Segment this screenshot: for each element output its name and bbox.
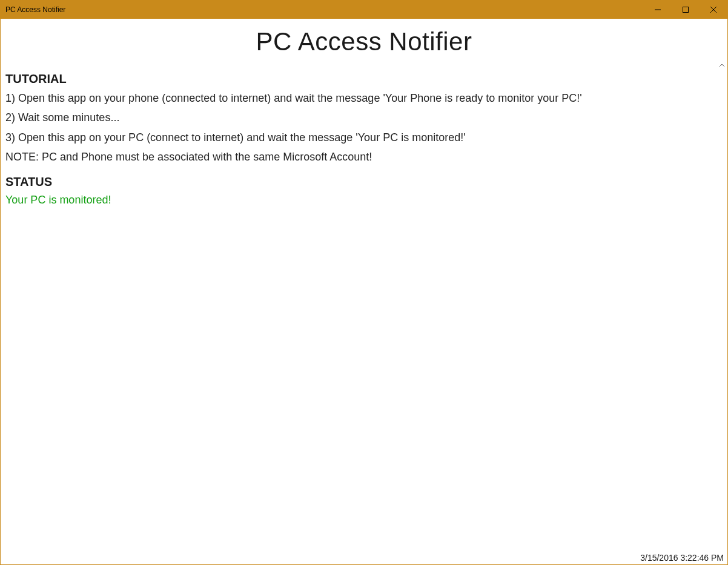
- page-title: PC Access Notifier: [1, 27, 727, 56]
- minimize-icon: [655, 7, 661, 13]
- tutorial-step-2: 2) Wait some minutes...: [5, 110, 716, 125]
- tutorial-note: NOTE: PC and Phone must be associated wi…: [5, 150, 716, 164]
- status-datetime: 3/15/2016 3:22:46 PM: [640, 553, 724, 563]
- tutorial-step-1: 1) Open this app on your phone (connecte…: [5, 91, 716, 105]
- titlebar[interactable]: PC Access Notifier: [1, 1, 727, 19]
- status-bar: 3/15/2016 3:22:46 PM: [1, 552, 727, 564]
- tutorial-step-3: 3) Open this app on your PC (connect to …: [5, 130, 716, 145]
- status-message: Your PC is monitored!: [5, 194, 716, 207]
- window-controls: [644, 1, 727, 19]
- close-button[interactable]: [700, 1, 727, 19]
- scroll-up-button[interactable]: [718, 61, 726, 70]
- svg-rect-1: [683, 7, 689, 13]
- client-area: PC Access Notifier TUTORIAL 1) Open this…: [1, 19, 727, 564]
- tutorial-heading: TUTORIAL: [5, 72, 716, 86]
- maximize-button[interactable]: [672, 1, 700, 19]
- close-icon: [710, 7, 716, 13]
- content-scroll[interactable]: TUTORIAL 1) Open this app on your phone …: [5, 61, 716, 552]
- minimize-button[interactable]: [644, 1, 672, 19]
- vertical-scrollbar[interactable]: [718, 61, 726, 552]
- maximize-icon: [683, 7, 689, 13]
- chevron-up-icon: [719, 64, 725, 67]
- content-wrap: TUTORIAL 1) Open this app on your phone …: [1, 61, 727, 552]
- window-title: PC Access Notifier: [5, 1, 65, 19]
- status-heading: STATUS: [5, 175, 716, 189]
- window-frame: PC Access Notifier PC Access Notifier TU…: [0, 0, 728, 565]
